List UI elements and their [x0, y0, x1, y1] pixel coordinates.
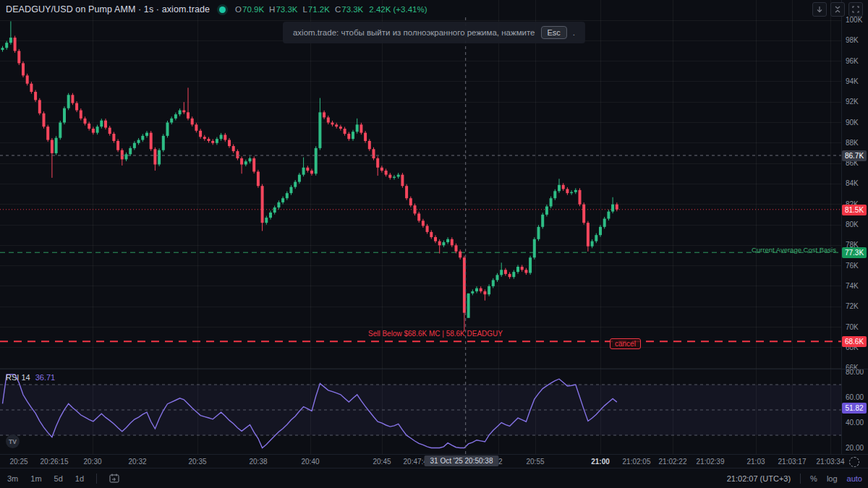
crosshair-time-label: 31 Oct '25 20:50:38	[425, 455, 499, 466]
collapse-icon[interactable]	[830, 2, 845, 17]
range-button-3m[interactable]: 3m	[7, 474, 18, 483]
cancel-order-button[interactable]: cancel	[610, 338, 641, 349]
chart-canvas[interactable]	[0, 0, 868, 454]
price-tick-label: 76K	[846, 262, 859, 270]
rsi-legend: RSI 14 36.71	[6, 373, 55, 382]
chart-legend: DEADGUY/USD on Pump AMM · 1s · axiom.tra…	[6, 4, 427, 14]
log-scale-button[interactable]: log	[827, 474, 838, 483]
price-tick-label: 94K	[846, 77, 859, 85]
window-controls	[812, 2, 863, 17]
price-axis[interactable]: 100K98K96K94K92K90K88K86K84K82K80K78K76K…	[841, 0, 868, 454]
price-tick-label: 88K	[846, 139, 859, 147]
sell-price-label: 68.6K	[842, 336, 867, 347]
rsi-tick-label: 20.00	[846, 444, 864, 452]
fullscreen-toast: axiom.trade: чтобы выйти из полноэкранно…	[283, 22, 585, 43]
time-tick-label: 20:55	[526, 458, 544, 466]
toast-suffix: .	[573, 28, 575, 37]
open-value: O70.9K	[235, 5, 264, 14]
price-tick-label: 100K	[846, 16, 862, 24]
change-value: 2.42K (+3.41%)	[368, 5, 427, 14]
time-tick-label: 20:45	[373, 458, 391, 466]
pane-separator[interactable]	[0, 369, 868, 369]
time-tick-label: 21:03:17	[778, 458, 807, 466]
fullscreen-icon[interactable]	[848, 2, 863, 17]
current-time: 21:02:07 (UTC+3)	[727, 474, 791, 483]
percent-scale-button[interactable]: %	[810, 474, 817, 483]
time-tick-label: 21:03	[746, 458, 765, 466]
rsi-price-label: 51.82	[842, 403, 867, 414]
time-tick-label: 21:02:22	[659, 458, 687, 466]
toast-text: axiom.trade: чтобы выйти из полноэкранно…	[293, 28, 535, 37]
time-tick-label: 21:02:05	[623, 458, 651, 466]
crosshair-price-label: 86.7K	[842, 150, 867, 161]
low-value: L71.2K	[302, 5, 329, 14]
time-tick-label: 20:32	[128, 458, 146, 466]
cost-price-label: 77.3K	[842, 247, 867, 258]
range-button-5d[interactable]: 5d	[54, 474, 63, 483]
rsi-title[interactable]: RSI 14	[6, 373, 30, 382]
divider	[800, 474, 801, 484]
time-tick-label: 20:30	[83, 458, 101, 466]
time-tick-label: 20:38	[249, 458, 267, 466]
range-button-1d[interactable]: 1d	[75, 474, 84, 483]
price-tick-label: 72K	[846, 302, 859, 310]
symbol-title: DEADGUY/USD on Pump AMM · 1s · axiom.tra…	[6, 4, 210, 14]
trading-chart-app: { "header": { "title": "DEADGUY/USD on P…	[0, 0, 868, 488]
time-tick-label: 21:00	[591, 458, 610, 466]
ohlc-values: O70.9K H73.3K L71.2K C73.3K 2.42K (+3.41…	[235, 5, 427, 14]
time-tick-label: 20:35	[188, 458, 206, 466]
last-price-label: 81.5K	[842, 205, 867, 215]
time-axis[interactable]: 31 Oct '25 20:50:38 20:2520:26:1520:3020…	[0, 454, 868, 468]
candlestick-series	[1, 21, 618, 331]
esc-keycap: Esc	[541, 26, 567, 39]
price-tick-label: 70K	[846, 323, 859, 331]
divider	[96, 474, 97, 484]
price-tick-label: 84K	[846, 179, 859, 187]
cost-basis-label: Current Average Cost Basis	[752, 246, 836, 254]
sell-order-label: Sell Below $68.6K MC | 58.6K DEADGUY	[368, 330, 503, 338]
close-value: C73.3K	[335, 5, 363, 14]
price-tick-label: 74K	[846, 282, 859, 290]
arrow-down-icon[interactable]	[812, 2, 827, 17]
range-button-1m[interactable]: 1m	[30, 474, 41, 483]
price-tick-label: 90K	[846, 119, 859, 127]
scale-controls: 21:02:07 (UTC+3) % log auto	[727, 468, 862, 488]
price-tick-label: 98K	[846, 36, 859, 44]
rsi-current-value: 36.71	[35, 373, 56, 382]
rsi-tick-label: 40.00	[846, 419, 864, 427]
rsi-tick-label: 60.00	[846, 393, 864, 401]
time-tick-label: 20:25	[9, 458, 27, 466]
range-buttons: 3m 1m 5d 1d	[7, 468, 119, 488]
timezone-clock-icon[interactable]	[849, 457, 859, 467]
auto-scale-button[interactable]: auto	[847, 474, 862, 483]
tradingview-logo[interactable]: TV	[6, 435, 20, 448]
time-tick-label: 21:03:34	[817, 458, 845, 466]
live-status-icon	[219, 7, 226, 13]
price-tick-label: 80K	[846, 221, 859, 228]
high-value: H73.3K	[269, 5, 297, 14]
price-tick-label: 92K	[846, 98, 859, 106]
go-to-date-calendar-icon[interactable]	[109, 474, 119, 484]
time-tick-label: 21:02:39	[697, 458, 725, 466]
bottom-toolbar: 3m 1m 5d 1d 21:02:07 (UTC+3) % log auto	[0, 468, 868, 488]
price-tick-label: 96K	[846, 57, 859, 65]
time-tick-label: 20:40	[301, 458, 319, 466]
time-tick-label: 20:26:15	[41, 458, 69, 466]
